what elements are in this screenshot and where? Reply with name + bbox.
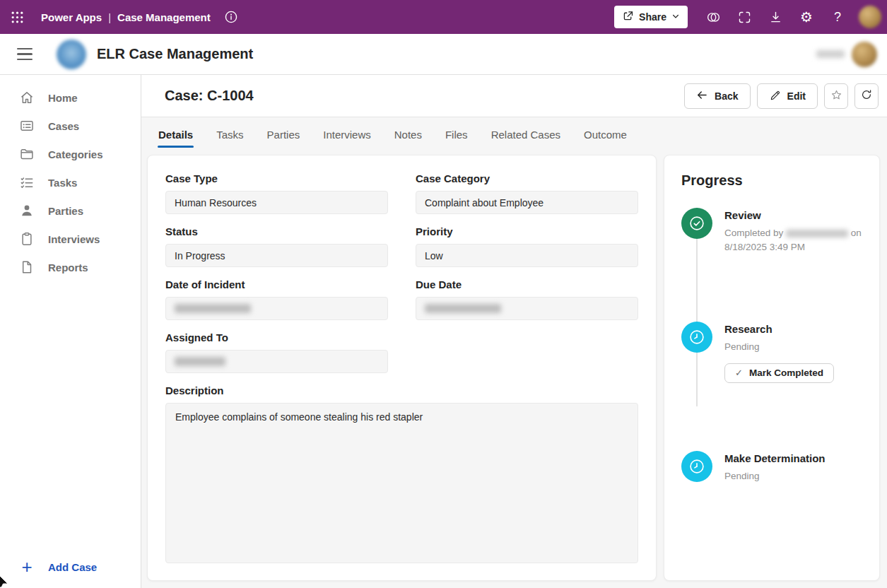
field-label: Priority (416, 225, 638, 237)
tab-parties[interactable]: Parties (266, 129, 301, 148)
refresh-button[interactable] (854, 83, 879, 109)
due-date-input[interactable] (416, 297, 638, 320)
sidebar-item-reports[interactable]: Reports (0, 253, 141, 281)
sidebar-item-categories[interactable]: Categories (0, 140, 141, 168)
field-label: Case Type (165, 172, 388, 184)
field-label: Assigned To (165, 331, 388, 343)
mark-completed-label: Mark Completed (749, 368, 823, 378)
step-status: Pending (724, 469, 826, 483)
app-header: ELR Case Management (0, 34, 887, 75)
document-icon (19, 259, 35, 275)
step-detail: Completed by on 8/18/2025 3:49 PM (724, 226, 862, 254)
priority-input[interactable]: Low (416, 244, 638, 267)
tab-files[interactable]: Files (445, 129, 469, 148)
field-assigned-to: Assigned To (165, 331, 388, 373)
sidebar-item-label: Home (48, 92, 78, 104)
status-input[interactable]: In Progress (165, 244, 388, 267)
user-avatar-small[interactable] (852, 42, 877, 67)
tab-related-cases[interactable]: Related Cases (491, 129, 561, 148)
date-of-incident-input[interactable] (165, 297, 388, 320)
favorite-star-button[interactable] (824, 83, 848, 109)
app-title: ELR Case Management (97, 46, 253, 62)
app-name: Case Management (117, 11, 211, 23)
add-case-button[interactable]: + Add Case (0, 550, 141, 584)
hamburger-menu-icon[interactable] (8, 38, 41, 71)
folder-icon (19, 146, 35, 162)
redacted-value (425, 304, 501, 313)
sidebar-item-tasks[interactable]: Tasks (0, 168, 141, 196)
field-due-date: Due Date (416, 278, 638, 320)
app-header-user (816, 42, 877, 67)
case-category-input[interactable]: Complaint about Employee (416, 191, 638, 214)
waffle-menu-icon[interactable] (0, 0, 34, 34)
form-grid: Case Type Human Resources Case Category … (165, 172, 638, 373)
user-name-redacted (816, 50, 845, 58)
field-status: Status In Progress (165, 225, 388, 267)
help-glyph: ? (834, 11, 841, 23)
share-label: Share (639, 11, 666, 23)
field-case-type: Case Type Human Resources (165, 172, 388, 214)
sidebar-nav: Home Cases Categories (0, 75, 141, 588)
case-type-input[interactable]: Human Resources (165, 191, 388, 214)
sidebar-item-interviews[interactable]: Interviews (0, 225, 141, 253)
back-button[interactable]: Back (684, 83, 750, 109)
sidebar-item-parties[interactable]: Parties (0, 196, 141, 225)
help-icon[interactable]: ? (822, 1, 853, 33)
redacted-name (786, 230, 848, 237)
share-chevron-down-icon (671, 11, 680, 23)
sidebar-item-label: Tasks (48, 177, 77, 189)
field-label: Description (165, 384, 638, 396)
case-details-card: Case Type Human Resources Case Category … (147, 155, 657, 581)
share-button[interactable]: Share (614, 6, 688, 28)
back-label: Back (715, 90, 738, 102)
progress-step-research: Research Pending ✓ Mark Completed (681, 322, 862, 383)
progress-panel: Progress Review (664, 155, 880, 581)
tab-notes[interactable]: Notes (394, 129, 423, 148)
tab-interviews[interactable]: Interviews (322, 129, 372, 148)
sidebar-item-label: Categories (48, 148, 103, 160)
sidebar-item-label: Cases (48, 120, 79, 132)
tab-outcome[interactable]: Outcome (583, 129, 628, 148)
completed-check-icon (681, 208, 712, 239)
sidebar-item-cases[interactable]: Cases (0, 112, 141, 140)
case-header: Case: C-1004 Back (141, 75, 887, 117)
brand-name[interactable]: Power Apps (41, 11, 102, 23)
description-textarea[interactable]: Employee complains of someone stealing h… (165, 403, 638, 563)
sidebar-item-label: Interviews (48, 233, 100, 245)
completed-by-text: Completed by (724, 228, 783, 238)
sidebar-spacer (0, 281, 141, 550)
on-text: on (851, 228, 862, 238)
tab-tasks[interactable]: Tasks (216, 129, 244, 148)
field-label: Status (165, 225, 388, 237)
content-row: Case Type Human Resources Case Category … (141, 148, 887, 588)
step-name: Research (724, 323, 834, 335)
sidebar-item-label: Reports (48, 261, 88, 274)
user-avatar[interactable] (859, 6, 881, 28)
person-icon (19, 203, 35, 218)
app-logo (57, 40, 86, 69)
info-icon[interactable] (224, 10, 238, 24)
copilot-icon[interactable] (698, 1, 729, 33)
step-status: Pending (724, 340, 834, 354)
gear-glyph: ⚙ (800, 10, 813, 24)
edit-button[interactable]: Edit (757, 83, 818, 109)
settings-gear-icon[interactable]: ⚙ (791, 1, 822, 33)
topbar-actions: Share ⚙ ? (614, 1, 887, 33)
sidebar-item-home[interactable]: Home (0, 83, 141, 112)
fullscreen-frame-icon[interactable] (729, 1, 760, 33)
field-label: Case Category (416, 172, 638, 184)
share-icon (622, 10, 634, 24)
star-icon (830, 88, 843, 104)
progress-step-make-determination: Make Determination Pending (681, 451, 862, 483)
redacted-value (175, 304, 251, 313)
page-title: Case: C-1004 (165, 88, 254, 104)
arrow-left-icon (696, 89, 708, 103)
tab-details[interactable]: Details (158, 129, 194, 148)
progress-step-review: Review Completed by on 8/18/2025 3:49 PM (681, 208, 862, 254)
mark-completed-button[interactable]: ✓ Mark Completed (724, 363, 834, 383)
step-name: Review (724, 209, 862, 221)
assigned-to-input[interactable] (165, 350, 388, 373)
clipboard-icon (19, 231, 35, 247)
check-icon: ✓ (735, 368, 743, 378)
download-icon[interactable] (760, 1, 791, 33)
